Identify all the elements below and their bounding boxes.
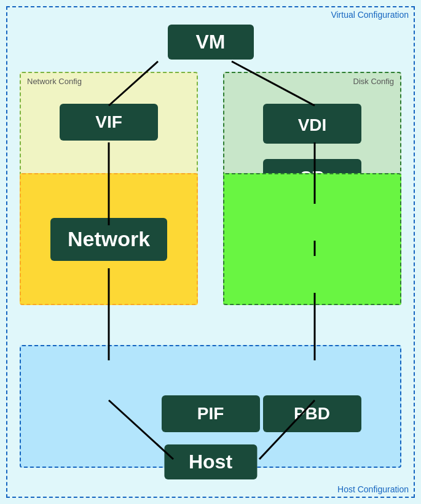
vm-node: VM [168,25,254,60]
yellow-network-region: Network [20,173,198,305]
pbd-node: PBD [263,395,361,432]
host-node: Host [164,444,257,479]
pif-node: PIF [162,395,260,432]
host-config-label: Host Configuration [337,484,409,494]
network-node: Network [50,218,167,261]
network-config-label: Network Config [27,77,82,86]
outer-container: Virtual Configuration Host Configuration… [6,6,415,498]
light-green-region [223,173,401,305]
disk-config-label: Disk Config [353,77,394,86]
vdi-node: VDI [263,107,361,144]
virtual-config-label: Virtual Configuration [331,10,409,20]
vif-node: VIF [60,104,158,141]
